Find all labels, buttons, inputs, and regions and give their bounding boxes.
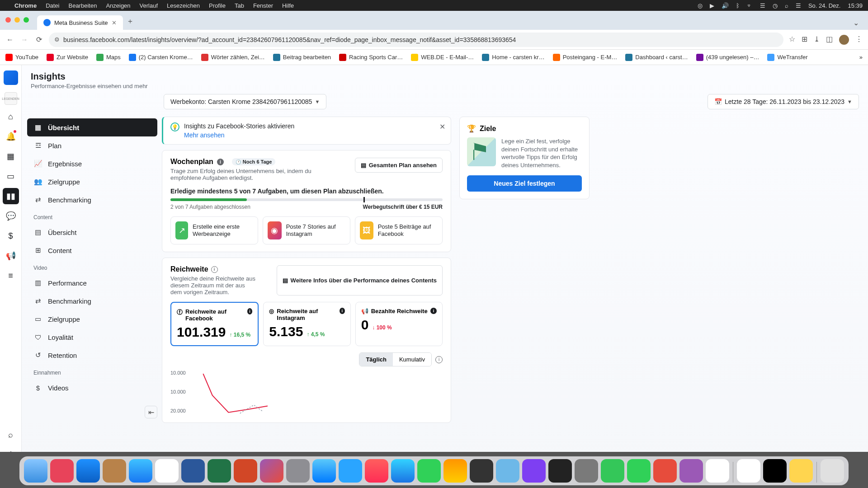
new-goal-button[interactable]: Neues Ziel festlegen: [467, 175, 582, 192]
bookmark-item[interactable]: Dashboard ‹ carst…: [625, 54, 688, 61]
sidenav-einnahmen-videos[interactable]: $Videos: [27, 379, 157, 397]
back-button[interactable]: ←: [5, 36, 14, 44]
metric-instagram-reach[interactable]: ◎ Reichweite auf Instagram i 5.135 ↑ 4,5…: [263, 302, 350, 346]
sidenav-content-uebersicht[interactable]: ▤Übersicht: [27, 223, 157, 241]
menu-verlauf[interactable]: Verlauf: [140, 2, 158, 9]
volume-icon[interactable]: 🔊: [722, 2, 729, 9]
menu-fenster[interactable]: Fenster: [253, 2, 273, 9]
bookmark-item[interactable]: (439 ungelesen) –…: [696, 54, 760, 61]
rail-content-icon[interactable]: ▭: [3, 168, 19, 184]
bookmark-item[interactable]: Racing Sports Car…: [339, 54, 403, 61]
banner-link[interactable]: Mehr ansehen: [184, 131, 294, 139]
rail-ads-icon[interactable]: 📢: [3, 248, 19, 264]
bookmark-item[interactable]: Posteingang - E-M…: [553, 54, 618, 61]
rail-insights-icon[interactable]: ▮▮: [3, 188, 19, 204]
sidenav-video-retention[interactable]: ↺Retention: [27, 346, 157, 364]
rail-notifications-icon[interactable]: 🔔: [3, 128, 19, 145]
sidenav-zielgruppe[interactable]: 👥Zielgruppe: [27, 173, 157, 191]
metric-facebook-reach[interactable]: ⓕ Reichweite auf Facebook i 101.319 ↑ 16…: [170, 302, 259, 346]
browser-tab[interactable]: Meta Business Suite ✕: [37, 15, 123, 30]
tab-close-icon[interactable]: ✕: [112, 19, 117, 26]
sidenav-ergebnisse[interactable]: 📈Ergebnisse: [27, 155, 157, 173]
meta-logo-icon[interactable]: [4, 70, 18, 85]
bookmark-item[interactable]: Home - carsten kr…: [482, 54, 544, 61]
info-icon[interactable]: i: [247, 308, 253, 314]
close-window-icon[interactable]: [5, 17, 11, 23]
rail-inbox-icon[interactable]: 💬: [3, 208, 19, 224]
date-range-selector[interactable]: 📅 Letzte 28 Tage: 26.11.2023 bis 23.12.2…: [708, 94, 859, 109]
window-controls[interactable]: [5, 17, 29, 23]
rail-help-icon[interactable]: ?: [3, 466, 19, 483]
sidenav-video-loyalitaet[interactable]: 🛡Loyalität: [27, 328, 157, 346]
control-center-icon[interactable]: ☰: [760, 2, 765, 9]
bookmark-star-icon[interactable]: ☆: [789, 35, 795, 45]
status-icon[interactable]: ▶: [710, 2, 714, 9]
sidenav-uebersicht[interactable]: ▦Übersicht: [27, 118, 157, 136]
status-icon[interactable]: ◎: [698, 2, 703, 9]
rail-planner-icon[interactable]: ▦: [3, 148, 19, 164]
site-info-icon[interactable]: ⚙: [54, 36, 60, 43]
extensions-icon[interactable]: ⊞: [802, 35, 807, 45]
bookmark-item[interactable]: WEB.DE - E-Mail-…: [411, 54, 474, 61]
downloads-icon[interactable]: ⤓: [814, 35, 820, 45]
tab-overflow-button[interactable]: ⌄: [849, 16, 863, 30]
seg-cumulative[interactable]: Kumulativ: [393, 353, 431, 366]
menu-anzeigen[interactable]: Anzeigen: [106, 2, 130, 9]
view-full-plan-button[interactable]: ▤ Gesamten Plan ansehen: [355, 158, 443, 173]
fullscreen-window-icon[interactable]: [24, 17, 29, 23]
bluetooth-icon[interactable]: ᛒ: [736, 2, 740, 9]
chrome-menu-icon[interactable]: ⋮: [855, 35, 863, 45]
rail-settings-icon[interactable]: ⚙: [3, 446, 19, 463]
menubar-app[interactable]: Chrome: [14, 2, 37, 9]
seg-daily[interactable]: Täglich: [359, 353, 393, 366]
info-icon[interactable]: i: [211, 266, 218, 273]
account-selector[interactable]: Werbekonto: Carsten Krome 23842607961120…: [164, 94, 326, 109]
task-create-ad[interactable]: ↗ Erstelle eine erste Werbeanzeige: [170, 216, 258, 244]
menu-profile[interactable]: Profile: [209, 2, 226, 9]
sidenav-plan[interactable]: ☲Plan: [27, 136, 157, 155]
bookmark-item[interactable]: (2) Carsten Krome…: [129, 54, 193, 61]
bookmark-item[interactable]: Zur Website: [47, 54, 88, 61]
menu-icon[interactable]: ☰: [796, 2, 801, 9]
task-post-facebook[interactable]: 🖼 Poste 5 Beiträge auf Facebook: [355, 216, 443, 244]
menubar-date[interactable]: So. 24. Dez.: [808, 2, 841, 9]
clock-icon[interactable]: ◷: [773, 2, 778, 9]
menu-datei[interactable]: Datei: [46, 2, 59, 9]
page-thumbnail[interactable]: LEGENDEN: [5, 92, 17, 105]
bookmark-item[interactable]: Wörter zählen, Zei…: [201, 54, 265, 61]
close-icon[interactable]: ✕: [439, 122, 445, 131]
content-performance-button[interactable]: ▤ Weitere Infos über die Performance dei…: [277, 265, 443, 296]
sidenav-content[interactable]: ⊞Content: [27, 241, 157, 259]
bookmark-item[interactable]: YouTube: [5, 54, 38, 61]
reload-button[interactable]: ⟳: [34, 35, 43, 44]
search-icon[interactable]: ⌕: [785, 2, 788, 9]
rail-search-icon[interactable]: ⌕: [3, 427, 19, 443]
info-icon[interactable]: i: [435, 356, 443, 363]
info-icon[interactable]: i: [217, 159, 224, 165]
new-tab-button[interactable]: ＋: [123, 13, 137, 30]
bookmark-item[interactable]: Beitrag bearbeiten: [273, 54, 331, 61]
menu-hilfe[interactable]: Hilfe: [282, 2, 294, 9]
bookmark-item[interactable]: WeTransfer: [767, 54, 807, 61]
sidenav-collapse-button[interactable]: ⇤: [145, 406, 157, 418]
sidenav-video-performance[interactable]: ▥Performance: [27, 274, 157, 292]
sidenav-video-benchmarking[interactable]: ⇄Benchmarking: [27, 292, 157, 310]
info-icon[interactable]: i: [430, 308, 437, 314]
menu-tab[interactable]: Tab: [235, 2, 244, 9]
task-post-stories[interactable]: ◉ Poste 7 Stories auf Instagram: [263, 216, 350, 244]
rail-home-icon[interactable]: ⌂: [3, 108, 19, 125]
info-icon[interactable]: i: [340, 308, 345, 314]
forward-button[interactable]: →: [20, 36, 29, 44]
profile-avatar-icon[interactable]: [839, 35, 849, 45]
wifi-icon[interactable]: ᯤ: [747, 2, 753, 9]
address-bar[interactable]: ⚙ business.facebook.com/latest/insights/…: [49, 33, 783, 47]
menu-lesezeichen[interactable]: Lesezeichen: [167, 2, 200, 9]
menu-bearbeiten[interactable]: Bearbeiten: [68, 2, 97, 9]
bookmark-item[interactable]: Maps: [96, 54, 121, 61]
sidenav-video-zielgruppe[interactable]: ▭Zielgruppe: [27, 310, 157, 328]
sidenav-benchmarking[interactable]: ⇄Benchmarking: [27, 191, 157, 209]
sidepanel-icon[interactable]: ◫: [826, 35, 833, 45]
minimize-window-icon[interactable]: [14, 17, 20, 23]
menubar-time[interactable]: 15:39: [848, 2, 863, 9]
rail-monetization-icon[interactable]: $: [3, 228, 19, 244]
